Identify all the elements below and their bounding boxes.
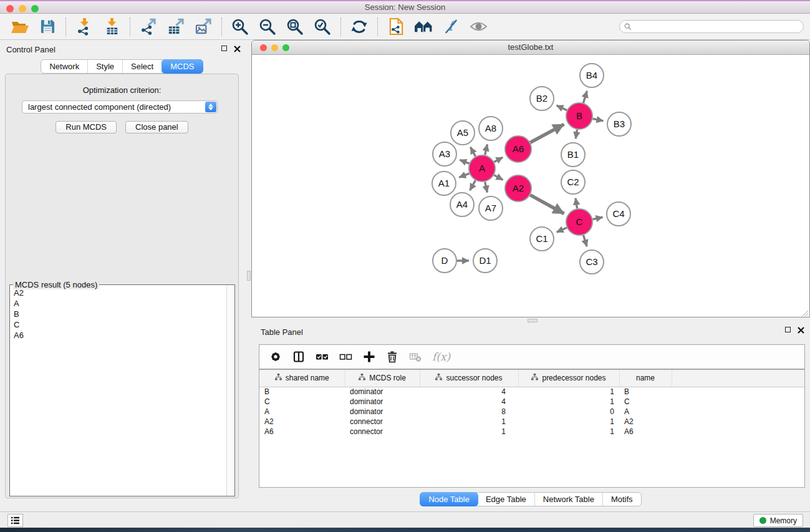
cell-successor-nodes[interactable]: 1 [420,427,518,437]
result-scrollbar[interactable] [226,285,234,496]
open-folder-icon[interactable] [6,16,34,37]
network-window-titlebar[interactable]: testGlobe.txt [252,41,809,55]
cell-predecessor-nodes[interactable]: 1 [518,387,619,397]
memory-button[interactable]: Memory [753,514,803,527]
import-table-icon[interactable] [98,16,125,37]
graph-node-B[interactable]: B [566,103,592,129]
graph-node-A[interactable]: A [469,155,495,181]
cell-successor-nodes[interactable]: 1 [420,417,518,427]
graph-edge-C-C1[interactable] [557,228,567,232]
graph-edge-B-B3[interactable] [593,118,604,120]
cell-predecessor-nodes[interactable]: 1 [518,397,619,407]
table-row[interactable]: A2connector11A2 [259,417,804,427]
cell-shared-name[interactable]: A [259,407,345,417]
cell-MCDS-role[interactable]: connector [345,417,420,427]
column-header-MCDS-role[interactable]: MCDS role [345,370,420,387]
table-row[interactable]: Cdominator41C [259,397,804,407]
cell-predecessor-nodes[interactable]: 0 [518,407,619,417]
graph-node-A3[interactable]: A3 [433,142,456,166]
tab-network-table[interactable]: Network Table [535,493,603,506]
home-views-icon[interactable] [410,16,437,37]
export-network-icon[interactable] [135,16,162,37]
cell-MCDS-role[interactable]: dominator [345,397,420,407]
minimize-window-button[interactable] [19,5,26,12]
horizontal-splitter-handle[interactable] [528,319,538,322]
import-network-icon[interactable] [70,16,98,37]
graph-node-C4[interactable]: C4 [607,202,630,226]
cell-name[interactable]: C [619,397,672,407]
refresh-icon[interactable] [345,16,373,37]
graph-edge-C-C3[interactable] [584,235,587,246]
table-row[interactable]: Bdominator41B [259,387,804,397]
graph-edge-A2-C[interactable] [530,195,564,214]
cell-shared-name[interactable]: C [259,397,345,407]
network-close-button[interactable] [260,44,267,51]
result-item-c[interactable]: C [14,319,234,330]
cell-name[interactable]: A6 [619,427,672,437]
table-row[interactable]: A6connector11A6 [259,427,804,437]
column-header-successor-nodes[interactable]: successor nodes [420,370,518,387]
result-item-a[interactable]: A [14,298,234,309]
deselect-all-icon[interactable] [339,351,352,363]
task-history-button[interactable] [7,514,23,527]
graph-edge-C-C4[interactable] [593,217,603,219]
float-table-panel-icon[interactable] [785,327,791,332]
graph-node-B3[interactable]: B3 [607,112,631,136]
tab-node-table[interactable]: Node Table [420,492,478,506]
graph-node-A6[interactable]: A6 [505,136,531,162]
graph-node-B1[interactable]: B1 [561,143,585,167]
zoom-out-icon[interactable] [254,16,281,37]
tab-motifs[interactable]: Motifs [603,493,641,506]
graph-node-B4[interactable]: B4 [580,64,604,87]
cell-MCDS-role[interactable]: dominator [345,387,420,397]
zoom-fit-icon[interactable] [281,16,309,37]
graph-node-A1[interactable]: A1 [432,172,456,195]
resize-grip[interactable] [800,309,809,317]
graph-node-C3[interactable]: C3 [580,250,604,274]
cell-predecessor-nodes[interactable]: 1 [518,427,619,437]
table-row[interactable]: Adominator80A [259,407,804,417]
table-settings-gear-icon[interactable] [269,351,282,363]
search-box[interactable] [619,20,804,33]
graph-edge-A6-B[interactable] [530,124,564,142]
column-header-shared-name[interactable]: shared name [259,370,345,387]
cell-shared-name[interactable]: A2 [259,417,345,427]
delete-column-icon[interactable] [386,351,398,363]
export-table-icon[interactable] [162,16,190,37]
zoom-in-icon[interactable] [226,16,254,37]
graph-node-A5[interactable]: A5 [451,121,475,145]
toggle-visibility-icon[interactable] [465,16,492,37]
cell-name[interactable]: B [619,387,672,397]
network-minimize-button[interactable] [271,44,278,51]
criterion-dropdown[interactable]: largest connected component (directed) [22,100,218,114]
graph-edge-B-B4[interactable] [583,91,587,103]
graph-edge-A-A6[interactable] [494,157,503,162]
close-panel-button[interactable]: Close panel [125,121,188,133]
graph-node-B2[interactable]: B2 [530,87,554,110]
float-panel-icon[interactable] [221,46,227,51]
show-columns-icon[interactable] [292,351,305,363]
graph-node-A2[interactable]: A2 [505,175,531,201]
graph-edge-A-A3[interactable] [460,160,469,163]
column-header-predecessor-nodes[interactable]: predecessor nodes [518,370,619,387]
network-from-file-icon[interactable] [382,16,410,37]
graph-edge-A-A1[interactable] [459,173,469,177]
graph-node-A7[interactable]: A7 [479,196,503,220]
graph-edge-A-A8[interactable] [485,144,488,155]
graph-edge-B-B2[interactable] [557,105,567,110]
zoom-window-button[interactable] [31,5,39,12]
graph-edge-A-A5[interactable] [470,147,475,157]
graph-edge-A-A2[interactable] [494,175,503,180]
graph-edge-B-B1[interactable] [576,130,577,139]
graph-node-C1[interactable]: C1 [530,227,554,251]
graph-node-D[interactable]: D [433,249,456,273]
cell-successor-nodes[interactable]: 4 [420,387,518,397]
cell-shared-name[interactable]: A6 [259,427,345,437]
cell-MCDS-role[interactable]: dominator [345,407,420,417]
graph-node-C2[interactable]: C2 [561,170,585,194]
cell-successor-nodes[interactable]: 8 [420,407,518,417]
cell-predecessor-nodes[interactable]: 1 [518,417,619,427]
cell-name[interactable]: A [619,407,672,417]
graph-edge-C-C2[interactable] [576,198,577,209]
cell-name[interactable]: A2 [619,417,672,427]
